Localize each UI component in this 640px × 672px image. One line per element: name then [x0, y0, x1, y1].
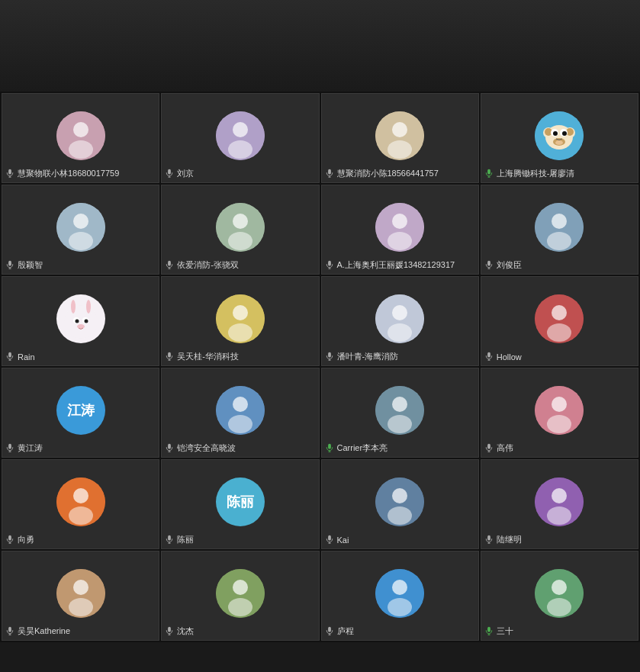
- video-cell[interactable]: 刘京: [161, 93, 319, 183]
- video-cell[interactable]: 吴昊Katherine: [2, 551, 159, 641]
- svg-rect-15: [328, 169, 331, 174]
- avatar: 江涛: [56, 386, 105, 435]
- avatar: [375, 386, 424, 435]
- avatar: [56, 477, 105, 526]
- avatar: [375, 569, 424, 618]
- svg-point-14: [388, 140, 412, 159]
- avatar: [375, 477, 424, 526]
- video-cell[interactable]: 陆继明: [481, 459, 638, 549]
- video-cell[interactable]: 庐程: [321, 551, 479, 641]
- video-cell[interactable]: Rain: [2, 276, 159, 366]
- svg-rect-94: [168, 443, 171, 449]
- participant-name-bar: 三十: [484, 625, 513, 637]
- svg-point-57: [64, 305, 98, 339]
- mic-icon: [325, 443, 334, 454]
- participant-name-bar: 庐程: [325, 625, 354, 637]
- video-cell[interactable]: 向勇: [2, 459, 159, 549]
- mic-icon: [484, 260, 494, 271]
- svg-rect-85: [487, 352, 490, 358]
- svg-point-34: [73, 214, 88, 229]
- participant-name: 慧聚消防小陈18566441757: [337, 168, 439, 179]
- svg-point-150: [547, 598, 571, 616]
- mic-icon: [484, 443, 494, 454]
- mic-icon: [484, 626, 494, 637]
- participant-name: 刘俊臣: [497, 259, 522, 271]
- video-cell[interactable]: 三十: [481, 551, 638, 641]
- svg-rect-133: [8, 626, 11, 632]
- participant-name-bar: A.上海奥利王丽媛13482129317: [325, 259, 455, 271]
- video-cell[interactable]: A.上海奥利王丽媛13482129317: [321, 185, 479, 275]
- svg-point-52: [552, 214, 567, 229]
- participant-name: 向勇: [18, 534, 34, 545]
- participant-name-bar: 依爱消防-张骁双: [165, 259, 239, 271]
- participant-name-bar: Carrier李本亮: [325, 442, 388, 454]
- svg-point-13: [392, 122, 407, 137]
- participant-name-bar: 沈杰: [165, 625, 194, 637]
- mic-icon: [165, 443, 174, 454]
- svg-point-40: [233, 214, 248, 229]
- video-cell[interactable]: Kai: [321, 459, 479, 549]
- participant-name: 黄江涛: [18, 442, 43, 454]
- svg-point-137: [233, 580, 248, 595]
- participant-name-bar: 高伟: [484, 442, 513, 454]
- video-cell[interactable]: Hollow: [481, 276, 638, 366]
- video-cell[interactable]: 刘俊臣: [481, 185, 638, 275]
- mic-icon: [165, 626, 174, 637]
- svg-rect-145: [328, 626, 331, 632]
- video-cell[interactable]: 慧聚消防小陈18566441757: [321, 93, 479, 183]
- svg-point-46: [392, 214, 407, 229]
- video-cell[interactable]: 陈丽 陈丽: [161, 459, 319, 549]
- video-cell[interactable]: 江涛 黄江涛: [2, 368, 159, 458]
- participant-name-bar: Rain: [5, 352, 35, 362]
- svg-point-132: [69, 598, 93, 616]
- participant-name-bar: 殷颖智: [5, 259, 43, 271]
- avatar: [56, 111, 105, 160]
- mic-icon: [165, 352, 174, 362]
- svg-point-60: [71, 300, 76, 313]
- video-cell[interactable]: 殷颖智: [2, 185, 159, 275]
- svg-rect-115: [168, 535, 171, 540]
- svg-rect-48: [328, 260, 331, 265]
- avatar: [216, 203, 265, 252]
- mic-icon: [325, 352, 334, 362]
- svg-point-78: [388, 323, 412, 342]
- svg-point-125: [552, 488, 567, 503]
- video-cell[interactable]: 吴天桂-华消科技: [161, 276, 319, 366]
- participant-name: 庐程: [337, 625, 354, 637]
- participant-name: 刘京: [177, 168, 194, 179]
- svg-point-71: [233, 305, 248, 320]
- avatar: [375, 203, 424, 252]
- avatar: [216, 294, 265, 343]
- video-cell[interactable]: 潘叶青-海鹰消防: [321, 276, 479, 366]
- svg-rect-3: [8, 169, 11, 174]
- svg-rect-139: [168, 626, 171, 632]
- avatar: [535, 477, 584, 526]
- svg-point-83: [552, 305, 567, 320]
- video-cell[interactable]: 慧聚物联小林18680017759: [2, 93, 159, 183]
- participant-name-bar: 潘叶青-海鹰消防: [325, 351, 399, 362]
- mic-icon: [484, 352, 494, 362]
- mic-icon: [5, 352, 14, 362]
- video-cell[interactable]: 依爱消防-张骁双: [161, 185, 319, 275]
- video-cell[interactable]: 上海腾锄科技-屠廖清: [481, 93, 638, 183]
- svg-point-149: [552, 580, 567, 595]
- participant-name: 殷颖智: [18, 259, 43, 271]
- participant-name: A.上海奥利王丽媛13482129317: [337, 259, 455, 271]
- svg-point-66: [77, 324, 85, 329]
- svg-point-111: [69, 506, 93, 525]
- participant-name-bar: Hollow: [484, 352, 522, 362]
- participant-name: 三十: [497, 625, 513, 637]
- svg-rect-36: [8, 260, 11, 265]
- svg-rect-42: [168, 260, 171, 265]
- video-cell[interactable]: 沈杰: [161, 551, 319, 641]
- video-cell[interactable]: Carrier李本亮: [321, 368, 479, 458]
- participant-name-bar: Kai: [325, 535, 349, 545]
- participant-name-bar: 刘俊臣: [484, 259, 522, 271]
- mic-icon: [325, 169, 334, 179]
- video-cell[interactable]: 铠湾安全高晓波: [161, 368, 319, 458]
- participant-name-bar: 吴昊Katherine: [5, 625, 70, 637]
- svg-rect-112: [8, 535, 11, 540]
- svg-point-1: [73, 122, 88, 137]
- mic-icon: [5, 535, 14, 545]
- video-cell[interactable]: 高伟: [481, 368, 638, 458]
